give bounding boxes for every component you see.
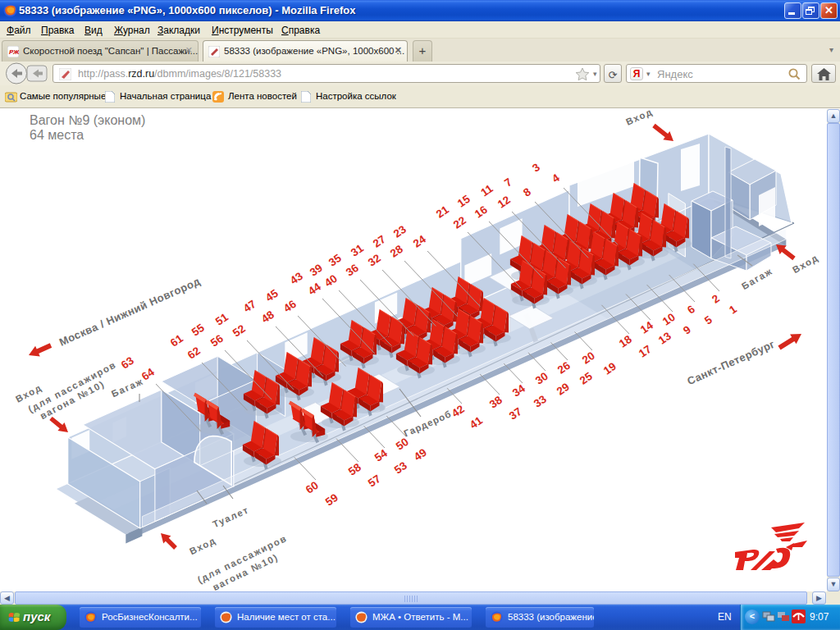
svg-text:37: 37 (507, 405, 524, 422)
svg-text:8: 8 (521, 185, 533, 199)
svg-text:29: 29 (555, 381, 572, 398)
svg-text:46: 46 (281, 298, 299, 315)
svg-text:26: 26 (555, 359, 573, 377)
svg-text:36: 36 (344, 262, 361, 279)
svg-text:14: 14 (638, 319, 655, 336)
svg-text:16: 16 (472, 203, 490, 221)
svg-text:6: 6 (685, 303, 697, 317)
svg-text:Санкт-Петербург: Санкт-Петербург (685, 338, 777, 388)
svg-text:45: 45 (263, 287, 281, 304)
svg-text:5: 5 (702, 313, 714, 327)
svg-text:58: 58 (346, 461, 363, 478)
svg-text:15: 15 (455, 193, 472, 210)
svg-text:43: 43 (288, 270, 305, 287)
svg-text:2: 2 (710, 292, 722, 306)
svg-text:57: 57 (366, 472, 383, 490)
svg-text:11: 11 (478, 182, 495, 199)
svg-text:22: 22 (451, 214, 468, 231)
svg-text:33: 33 (532, 393, 549, 410)
svg-text:28: 28 (388, 243, 405, 260)
svg-text:19: 19 (601, 360, 619, 377)
svg-text:64 места: 64 места (30, 128, 84, 142)
svg-text:44: 44 (306, 281, 323, 298)
svg-text:12: 12 (495, 194, 513, 211)
svg-text:4: 4 (550, 171, 562, 185)
svg-text:9: 9 (681, 323, 693, 337)
svg-text:60: 60 (304, 479, 321, 496)
svg-text:54: 54 (372, 447, 390, 464)
svg-text:31: 31 (349, 242, 366, 259)
svg-text:Вагон №9 (эконом): Вагон №9 (эконом) (30, 113, 145, 127)
svg-text:34: 34 (510, 382, 527, 399)
svg-text:Вход: Вход (791, 253, 820, 276)
svg-text:21: 21 (434, 203, 451, 221)
svg-text:1: 1 (727, 303, 739, 317)
svg-text:61: 61 (168, 332, 185, 349)
svg-text:56: 56 (208, 332, 226, 349)
svg-text:53: 53 (392, 459, 409, 477)
svg-text:18: 18 (617, 333, 634, 350)
svg-text:24: 24 (411, 233, 428, 250)
svg-text:3: 3 (530, 161, 542, 175)
svg-text:48: 48 (259, 308, 276, 326)
svg-text:40: 40 (322, 272, 340, 290)
svg-text:Вход: Вход (624, 109, 654, 127)
svg-text:РЖ: РЖ (9, 48, 19, 56)
svg-text:41: 41 (468, 414, 485, 431)
svg-text:23: 23 (391, 223, 409, 240)
svg-text:7: 7 (502, 176, 514, 189)
svg-text:30: 30 (533, 370, 550, 387)
svg-text:Туалет: Туалет (211, 504, 250, 529)
svg-text:13: 13 (656, 330, 673, 347)
svg-text:10: 10 (660, 311, 678, 328)
svg-text:20: 20 (580, 349, 597, 367)
svg-text:Вход: Вход (188, 535, 217, 556)
svg-text:38: 38 (487, 394, 504, 411)
svg-text:51: 51 (213, 311, 231, 328)
svg-text:62: 62 (185, 345, 203, 362)
svg-text:25: 25 (578, 370, 595, 387)
svg-text:17: 17 (637, 343, 654, 360)
svg-text:52: 52 (231, 322, 248, 340)
svg-text:63: 63 (119, 354, 136, 372)
svg-text:27: 27 (371, 233, 388, 250)
svg-text:35: 35 (326, 252, 344, 269)
svg-text:47: 47 (241, 298, 258, 315)
svg-text:50: 50 (394, 436, 411, 453)
svg-text:32: 32 (366, 252, 383, 269)
svg-text:49: 49 (412, 446, 429, 463)
svg-text:39: 39 (308, 262, 325, 279)
svg-text:55: 55 (189, 322, 207, 339)
svg-text:59: 59 (323, 491, 340, 509)
